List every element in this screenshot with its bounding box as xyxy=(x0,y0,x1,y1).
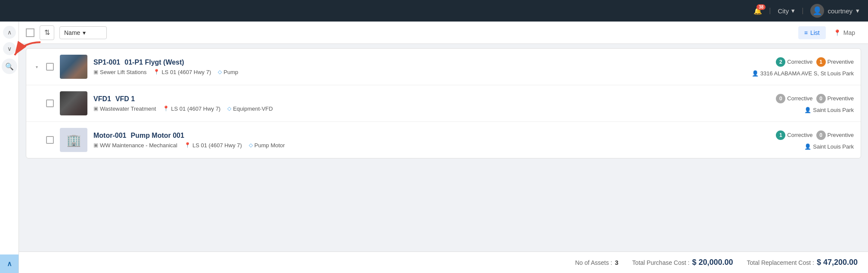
address-person-icon-1: 👤 xyxy=(752,70,759,77)
replacement-cost-summary: Total Replacement Cost : $ 47,200.00 xyxy=(747,258,858,267)
chevron-down-icon: ∨ xyxy=(7,45,12,52)
corrective-badge-3: 1 Corrective xyxy=(776,130,812,140)
asset-name-1: 01-P1 Flygt (West) xyxy=(124,59,184,66)
row-checkbox-3[interactable] xyxy=(46,136,54,144)
row-expand-arrow[interactable]: ▾ xyxy=(33,65,40,69)
asset-right-1: 2 Corrective 1 Preventive 👤 3316 ALABAMA… xyxy=(733,57,854,77)
corrective-label-3: Corrective xyxy=(787,132,812,138)
chevron-up-icon: ∧ xyxy=(7,29,12,36)
replacement-cost-prefix: $ xyxy=(817,258,823,267)
sort-icon: ⇅ xyxy=(44,28,50,37)
select-all-checkbox[interactable] xyxy=(26,28,34,37)
category-icon-1: ▣ xyxy=(93,69,98,75)
category-icon-2: ▣ xyxy=(93,105,98,112)
type-label-2: Equipment-VFD xyxy=(233,105,273,112)
work-order-badges-2: 0 Corrective 0 Preventive xyxy=(776,94,854,103)
asset-location-1: 📍 LS 01 (4607 Hwy 7) xyxy=(153,69,211,75)
scroll-down-button[interactable]: ∨ xyxy=(3,42,16,55)
category-label-2: Wastewater Treatment xyxy=(100,105,156,112)
purchase-cost-value: $ 20,000.00 xyxy=(692,258,733,267)
preventive-count-3: 0 xyxy=(816,130,826,140)
user-avatar: 👤 xyxy=(810,4,824,18)
preventive-badge-1: 1 Preventive xyxy=(816,57,854,67)
replacement-cost-label: Total Replacement Cost : xyxy=(747,259,814,266)
asset-info-2: VFD1 VFD 1 ▣ Wastewater Treatment 📍 LS 0… xyxy=(93,95,727,112)
table-row: ▾ SP1-001 01-P1 Flygt (West) ▣ xyxy=(26,49,861,85)
type-icon-1: ◇ xyxy=(218,69,222,75)
scroll-up-button[interactable]: ∧ xyxy=(3,26,16,39)
asset-right-2: 0 Corrective 0 Preventive 👤 Saint Louis … xyxy=(733,94,854,113)
city-chevron-icon: ▾ xyxy=(791,7,795,15)
asset-location-2: 📍 LS 01 (4607 Hwy 7) xyxy=(163,105,220,112)
corrective-label-1: Corrective xyxy=(787,59,812,65)
asset-address-1: 👤 3316 ALABAMA AVE S, St Louis Park xyxy=(752,70,854,77)
sort-chevron-icon: ▾ xyxy=(83,29,86,36)
list-view-button[interactable]: ≡ List xyxy=(798,26,826,39)
corrective-label-2: Corrective xyxy=(787,95,812,102)
user-menu[interactable]: 👤 courtney ▾ xyxy=(810,4,859,18)
nav-divider: | xyxy=(769,7,771,15)
notification-badge: 38 xyxy=(756,4,766,10)
table-row: ▾ VFD1 VFD 1 ▣ Was xyxy=(26,85,861,122)
map-view-button[interactable]: 📍 Map xyxy=(828,26,861,39)
asset-thumbnail-3: 🏢 xyxy=(60,128,87,152)
sort-button[interactable]: ⇅ xyxy=(40,25,54,40)
asset-location-3: 📍 LS 01 (4607 Hwy 7) xyxy=(184,142,242,149)
avatar-icon: 👤 xyxy=(812,6,822,16)
type-label-1: Pump xyxy=(223,69,238,75)
preventive-label-1: Preventive xyxy=(828,59,854,65)
asset-category-3: ▣ WW Maintenance - Mechanical xyxy=(93,142,177,149)
notification-bell[interactable]: 🔔 38 xyxy=(753,7,762,15)
asset-category-2: ▣ Wastewater Treatment xyxy=(93,105,156,112)
asset-list: ▾ SP1-001 01-P1 Flygt (West) ▣ xyxy=(26,48,861,158)
address-text-2: Saint Louis Park xyxy=(813,107,854,113)
asset-name-2: VFD 1 xyxy=(115,95,135,103)
sort-by-select[interactable]: Name ▾ xyxy=(59,26,107,39)
work-order-badges-3: 1 Corrective 0 Preventive xyxy=(776,130,854,140)
content-area: ⇅ Name ▾ ≡ List 📍 Map xyxy=(19,22,868,273)
address-text-1: 3316 ALABAMA AVE S, St Louis Park xyxy=(760,70,854,77)
location-label-3: LS 01 (4607 Hwy 7) xyxy=(192,142,242,149)
category-label-1: Sewer Lift Stations xyxy=(100,69,146,75)
location-pin-icon-1: 📍 xyxy=(153,69,160,75)
preventive-badge-2: 0 Preventive xyxy=(816,94,854,103)
type-label-3: Pump Motor xyxy=(254,142,285,149)
replacement-cost-value: $ 47,200.00 xyxy=(817,258,858,267)
asset-id-2: VFD1 xyxy=(93,95,111,103)
asset-address-2: 👤 Saint Louis Park xyxy=(804,107,854,113)
asset-list-container: ▾ SP1-001 01-P1 Flygt (West) ▣ xyxy=(19,44,868,251)
main-layout: ∧ ∨ 🔍 ∧ ⇅ N xyxy=(0,22,868,273)
city-selector[interactable]: City ▾ xyxy=(778,7,795,15)
city-label: City xyxy=(778,7,789,15)
corrective-badge-2: 0 Corrective xyxy=(776,94,812,103)
sidebar-bottom-button[interactable]: ∧ xyxy=(0,254,19,273)
location-pin-icon-3: 📍 xyxy=(184,142,191,148)
address-person-icon-3: 👤 xyxy=(804,143,811,150)
top-nav: 🔔 38 | City ▾ | 👤 courtney ▾ xyxy=(0,0,868,22)
asset-right-3: 1 Corrective 0 Preventive 👤 Saint Louis … xyxy=(733,130,854,150)
map-icon: 📍 xyxy=(834,29,841,36)
type-icon-3: ◇ xyxy=(249,142,253,148)
search-button[interactable]: 🔍 xyxy=(2,59,17,74)
no-of-assets-value: 3 xyxy=(615,259,618,266)
left-sidebar: ∧ ∨ 🔍 ∧ xyxy=(0,22,19,273)
row-checkbox-1[interactable] xyxy=(46,63,54,71)
chevron-down-row-icon: ▾ xyxy=(36,65,38,69)
preventive-badge-3: 0 Preventive xyxy=(816,130,854,140)
asset-info-3: Motor-001 Pump Motor 001 ▣ WW Maintenanc… xyxy=(93,132,727,149)
purchase-cost-label: Total Purchase Cost : xyxy=(632,259,689,266)
preventive-count-1: 1 xyxy=(816,57,826,67)
asset-icon-placeholder-3: 🏢 xyxy=(60,128,87,152)
building-icon-3: 🏢 xyxy=(66,133,81,147)
corrective-count-3: 1 xyxy=(776,130,785,140)
toolbar: ⇅ Name ▾ ≡ List 📍 Map xyxy=(19,22,868,44)
location-label-1: LS 01 (4607 Hwy 7) xyxy=(161,69,211,75)
location-pin-icon-2: 📍 xyxy=(163,105,169,112)
row-checkbox-2[interactable] xyxy=(46,99,54,107)
search-icon: 🔍 xyxy=(5,62,14,71)
preventive-label-3: Preventive xyxy=(828,132,854,138)
corrective-badge-1: 2 Corrective xyxy=(776,57,812,67)
asset-category-1: ▣ Sewer Lift Stations xyxy=(93,69,146,75)
address-text-3: Saint Louis Park xyxy=(813,143,854,150)
asset-photo-1 xyxy=(60,55,87,79)
